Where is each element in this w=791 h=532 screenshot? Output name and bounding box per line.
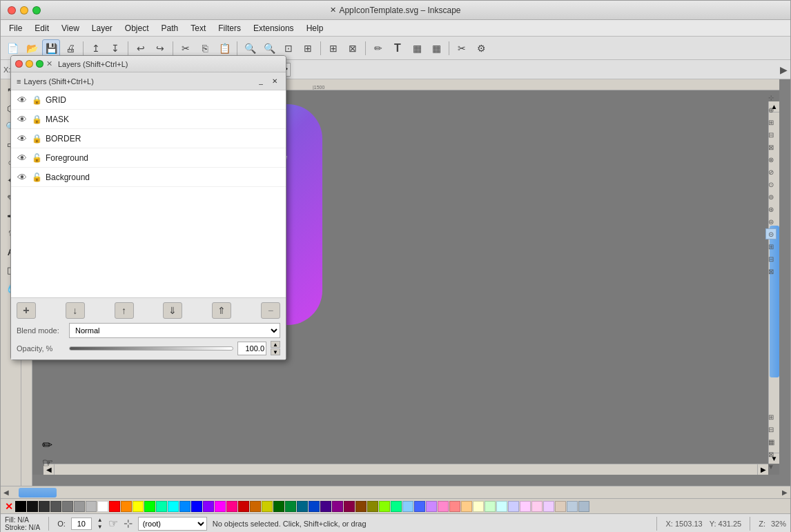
zoom-page-icon[interactable]: ⊞ [299, 39, 317, 57]
color-swatch-extra2[interactable] [508, 501, 519, 512]
palette-scroll-left[interactable]: ◀ [1, 488, 12, 497]
import-icon[interactable]: ↥ [87, 39, 105, 57]
color-swatch-d6[interactable] [86, 501, 97, 512]
layers-close-ctrl[interactable]: ✕ [269, 76, 280, 87]
menu-object[interactable]: Object [119, 22, 155, 35]
menu-path[interactable]: Path [156, 22, 184, 35]
snap-icon-7[interactable]: ⊘ [765, 166, 777, 177]
xml-editor-icon[interactable]: ▦ [408, 39, 426, 57]
zoom-in-icon[interactable]: 🔍 [241, 39, 259, 57]
layer-row-mask[interactable]: 👁 🔒 MASK [11, 110, 286, 129]
color-swatch-purple1[interactable] [203, 501, 214, 512]
object-props-icon[interactable]: ▦ [427, 39, 445, 57]
palette-scroll-right[interactable]: ▶ [779, 488, 790, 497]
layer-select[interactable]: (root) GRID MASK BORDER Foreground Backg… [138, 517, 207, 531]
layer-lock-icon-mask[interactable]: 🔒 [32, 115, 41, 124]
menu-layer[interactable]: Layer [86, 22, 118, 35]
snap-icon-2[interactable]: ⊕ [765, 104, 777, 115]
zoom-out-icon[interactable]: 🔍 [260, 39, 278, 57]
color-swatch-purple3[interactable] [332, 501, 343, 512]
color-swatch-extra7[interactable] [567, 501, 578, 512]
menu-help[interactable]: Help [301, 22, 329, 35]
color-swatch-extra4[interactable] [531, 501, 543, 512]
mouse-tool-icon[interactable]: ☞ [108, 517, 118, 530]
color-swatch-d3[interactable] [50, 501, 61, 512]
snap-icon-9[interactable]: ⊚ [765, 191, 777, 202]
color-swatch-violet1[interactable] [426, 501, 437, 512]
color-swatch-olive1[interactable] [367, 501, 378, 512]
color-swatch-red1[interactable] [109, 501, 120, 512]
maximize-button[interactable] [32, 6, 41, 14]
menu-view[interactable]: View [56, 22, 85, 35]
color-swatch-extra5[interactable] [543, 501, 554, 512]
layer-lock-icon-border[interactable]: 🔒 [32, 134, 41, 144]
layer-lock-icon-background[interactable]: 🔓 [32, 173, 41, 182]
lower-layer-button[interactable]: ↓ [66, 302, 85, 319]
hand-tool-bottom[interactable]: ☞ [42, 455, 53, 471]
color-swatch-red2[interactable] [238, 501, 249, 512]
layer-visible-icon-grid[interactable]: 👁 [17, 95, 28, 106]
layers-minimize-button[interactable] [26, 60, 33, 68]
redo-icon[interactable]: ↪ [151, 39, 169, 57]
layers-close-button[interactable] [15, 60, 23, 68]
text-tool-icon[interactable]: T [389, 39, 407, 57]
raise-to-top-button[interactable]: ⇑ [212, 302, 231, 319]
paste-icon[interactable]: 📋 [215, 39, 233, 57]
color-swatch-lime1[interactable] [379, 501, 390, 512]
menu-file[interactable]: File [3, 22, 28, 35]
snap-status-icon[interactable]: ⊹ [124, 517, 133, 530]
color-swatch-green3[interactable] [285, 501, 296, 512]
view-icon-4[interactable]: ⊠ [765, 449, 777, 460]
layer-visible-icon-foreground[interactable]: 👁 [17, 152, 28, 164]
open-icon[interactable]: 📂 [23, 39, 41, 57]
menu-filters[interactable]: Filters [213, 22, 246, 35]
color-swatch-cream1[interactable] [473, 501, 484, 512]
pencil-tool-bottom[interactable]: ✏ [42, 437, 53, 453]
color-swatch-extra3[interactable] [520, 501, 531, 512]
snap-icon-15[interactable]: ⊠ [765, 266, 777, 277]
view-icon-5[interactable]: ▼ [765, 461, 777, 472]
save-icon[interactable]: 💾 [42, 39, 60, 57]
transform-icon[interactable]: ⊞ [324, 39, 342, 57]
opacity-slider[interactable] [69, 346, 233, 351]
opacity-status-input[interactable] [71, 518, 92, 530]
color-swatch-black[interactable] [15, 501, 26, 512]
color-swatch-green1[interactable] [144, 501, 155, 512]
color-swatch-orange1[interactable] [121, 501, 132, 512]
color-swatch-d2[interactable] [39, 501, 50, 512]
color-swatch-teal2[interactable] [297, 501, 308, 512]
delete-layer-button[interactable]: − [261, 302, 280, 319]
color-swatch-mint1[interactable] [485, 501, 496, 512]
opacity-down-btn[interactable]: ▼ [271, 348, 280, 355]
view-icon-3[interactable]: ▦ [765, 436, 777, 447]
snap-icon-14[interactable]: ⊟ [765, 253, 777, 264]
opacity-up[interactable]: ▲ [97, 518, 103, 523]
snap-icon-6[interactable]: ⊗ [765, 154, 777, 165]
opacity-spinner[interactable]: ▲ ▼ [97, 518, 103, 530]
nodes-icon[interactable]: ⊠ [344, 39, 362, 57]
color-swatch-brown1[interactable] [355, 501, 367, 512]
snap-icon-8[interactable]: ⊙ [765, 179, 777, 190]
settings-icon[interactable]: ⚙ [472, 39, 490, 57]
color-swatch-cyan1[interactable] [168, 501, 179, 512]
snap-icon-10[interactable]: ⊛ [765, 204, 777, 215]
color-swatch-extra8[interactable] [578, 501, 589, 512]
color-swatch-salmon1[interactable] [449, 501, 460, 512]
layer-visible-icon-background[interactable]: 👁 [17, 172, 28, 183]
color-swatch-pink1[interactable] [226, 501, 237, 512]
snap-icon-3[interactable]: ⊞ [765, 117, 777, 128]
minimize-button[interactable] [20, 6, 28, 14]
view-icon-1[interactable]: ⊞ [765, 411, 777, 422]
undo-icon[interactable]: ↩ [132, 39, 150, 57]
color-swatch-sky1[interactable] [402, 501, 413, 512]
expand-icon[interactable]: ▶ [780, 64, 788, 75]
layer-row-background[interactable]: 👁 🔓 Background [11, 168, 286, 187]
layer-row-grid[interactable]: 👁 🔒 GRID [11, 90, 286, 110]
color-swatch-orange2[interactable] [250, 501, 261, 512]
layer-visible-icon-mask[interactable]: 👁 [17, 114, 28, 125]
menu-extensions[interactable]: Extensions [248, 22, 300, 35]
color-swatch-indigo1[interactable] [320, 501, 331, 512]
close-button[interactable] [8, 6, 16, 14]
view-icon-2[interactable]: ⊟ [765, 424, 777, 435]
layer-row-foreground[interactable]: 👁 🔓 Foreground [11, 148, 286, 168]
